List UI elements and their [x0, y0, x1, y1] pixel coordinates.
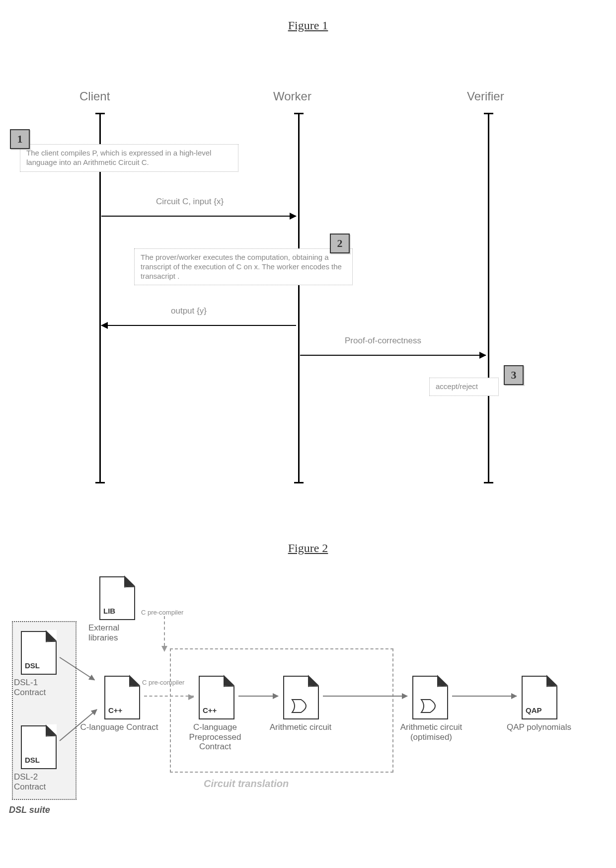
message-output-y-label: output {y}	[171, 306, 207, 316]
message-proof-label: Proof-of-correctness	[345, 336, 421, 346]
doc-qap-caption: QAP polynomials	[497, 722, 581, 732]
or-gate-icon	[420, 699, 442, 713]
doc-dsl1-tag: DSL	[25, 661, 40, 670]
doc-c-language-preprocessed: C++	[199, 676, 234, 719]
doc-dsl2-contract: DSL	[21, 725, 57, 769]
precompiler-label-top: C pre-compiler	[141, 609, 183, 616]
doc-qap-tag: QAP	[526, 706, 542, 714]
sequence-diagram: Client Worker Verifier 1 The client comp…	[0, 89, 616, 487]
message-circuit-c-label: Circuit C, input {x}	[156, 197, 224, 207]
doc-cpp2-tag: C++	[203, 706, 217, 714]
step-badge-2: 2	[330, 234, 350, 253]
doc-ac2-caption: Arithmetic circuit (optimised)	[391, 722, 471, 742]
doc-cpp1-tag: C++	[108, 706, 122, 714]
flow-diagram: DSL suite Circuit translation LIB Extern…	[0, 591, 616, 840]
message-output-y: output {y}	[101, 318, 296, 334]
doc-external-libraries: LIB	[99, 576, 135, 620]
lifeline-worker	[298, 114, 300, 482]
message-circuit-c: Circuit C, input {x}	[101, 209, 296, 225]
doc-arithmetic-circuit	[283, 676, 319, 719]
precompiler-label-mid: C pre-compiler	[142, 679, 184, 686]
doc-c-language-contract: C++	[104, 676, 140, 719]
step-badge-1: 1	[10, 129, 30, 149]
or-gate-icon	[291, 699, 313, 713]
arrow-lib-down	[164, 616, 165, 646]
step-note-2: The prover/worker executes the computati…	[134, 248, 353, 285]
message-proof: Proof-of-correctness	[300, 348, 486, 364]
arrow-cpp-to-pre	[144, 696, 194, 697]
doc-ac1-caption: Arithmetic circuit	[263, 722, 338, 732]
step-note-3: accept/reject	[429, 378, 499, 396]
role-worker: Worker	[273, 89, 311, 103]
doc-arithmetic-circuit-opt	[412, 676, 448, 719]
figure2-title: Figure 2	[0, 542, 616, 555]
circuit-translation-label: Circuit translation	[204, 778, 289, 789]
doc-dsl2-caption: DSL-2 Contract	[14, 772, 64, 791]
lifeline-verifier	[488, 114, 489, 482]
doc-dsl1-caption: DSL-1 Contract	[14, 678, 64, 697]
step-note-1: The client compiles P, which is expresse…	[20, 144, 238, 172]
doc-qap-polynomials: QAP	[522, 676, 557, 719]
arrow-pre-to-ac	[238, 696, 278, 697]
dsl-suite-label: DSL suite	[9, 805, 50, 815]
arrow-ac-to-opt	[323, 696, 407, 697]
doc-lib-tag: LIB	[103, 607, 115, 615]
doc-dsl1-contract: DSL	[21, 631, 57, 675]
role-verifier: Verifier	[467, 89, 504, 103]
step-badge-3: 3	[504, 365, 524, 385]
doc-dsl2-tag: DSL	[25, 756, 40, 764]
role-client: Client	[79, 89, 110, 103]
arrow-opt-to-qap	[452, 696, 517, 697]
doc-cpp2-caption: C-language Preprocessed Contract	[173, 722, 257, 752]
doc-cpp1-caption: C-language Contract	[79, 722, 159, 732]
doc-lib-caption: External libraries	[88, 623, 148, 642]
figure1-title: Figure 1	[0, 19, 616, 32]
